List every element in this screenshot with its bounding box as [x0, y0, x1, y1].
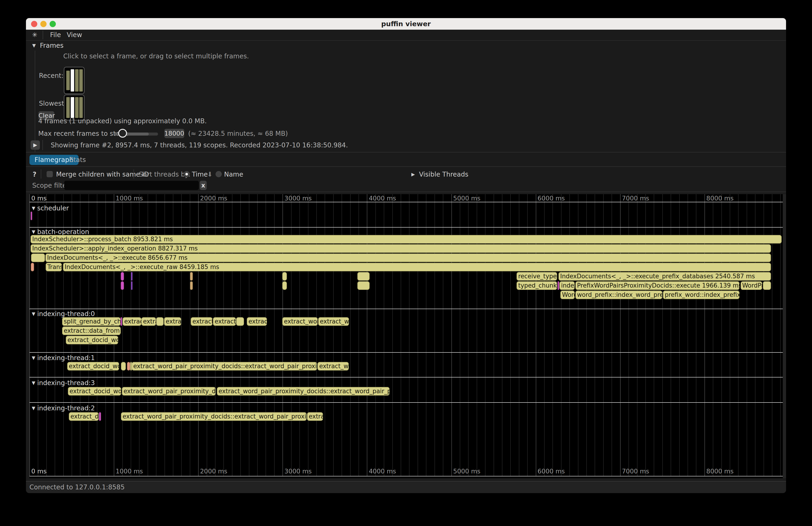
frame-bar[interactable]: [66, 71, 70, 90]
section-separator-line: [29, 202, 783, 202]
flame-bar[interactable]: extract_docid_word: [68, 387, 121, 396]
flame-bar[interactable]: extract_word: [282, 317, 318, 326]
flame-bar[interactable]: extract::data_from_ob: [62, 326, 121, 335]
merge-children-checkbox[interactable]: [47, 171, 53, 177]
flame-bar[interactable]: extract_wo: [318, 317, 349, 326]
thread-header-indexing-thread:3[interactable]: ▼indexing-thread:3: [32, 379, 95, 387]
recent-label: Recent:: [39, 72, 63, 79]
frame-bar[interactable]: [66, 97, 70, 118]
chevron-down-icon: ▼: [32, 205, 35, 211]
thread-header-scheduler[interactable]: ▼scheduler: [32, 204, 69, 212]
flame-bar[interactable]: [120, 317, 122, 326]
flame-bar[interactable]: [121, 281, 124, 290]
flame-bar[interactable]: extract: [122, 317, 141, 326]
section-separator-line: [29, 309, 783, 309]
frame-bar[interactable]: [79, 69, 83, 91]
flame-bar[interactable]: IndexScheduler>::process_batch 8953.821 …: [31, 235, 781, 244]
flame-bar[interactable]: extract_word_pair_proximity_docids::extr…: [132, 362, 317, 370]
flame-bar[interactable]: [131, 272, 133, 281]
flame-bar[interactable]: [121, 362, 126, 370]
flame-bar[interactable]: extract_word_pair_proximity_docids::extr…: [121, 412, 307, 421]
flame-bar[interactable]: [190, 281, 193, 290]
flame-bar[interactable]: Trans: [46, 263, 62, 271]
thread-header-indexing-thread:1[interactable]: ▼indexing-thread:1: [32, 354, 95, 362]
sort-name-radio[interactable]: [216, 171, 222, 177]
scope-filter-input[interactable]: [64, 181, 199, 190]
flame-bar[interactable]: [31, 211, 32, 220]
theme-toggle-icon[interactable]: ✳: [32, 30, 37, 40]
flame-bar[interactable]: extract_docid_word: [67, 362, 119, 370]
flame-bar[interactable]: [31, 253, 45, 262]
flame-bar[interactable]: [282, 281, 287, 290]
play-button[interactable]: ▶: [31, 141, 40, 150]
flame-bar[interactable]: extract_word_pair_proximity_docids::extr…: [217, 387, 390, 396]
help-button[interactable]: ?: [33, 171, 37, 178]
flame-bar[interactable]: word_prefix::index_word_prefix_: [576, 291, 662, 299]
flame-bar[interactable]: Word: [560, 291, 575, 299]
flame-bar[interactable]: extract_docid_word: [66, 336, 118, 344]
flame-bar[interactable]: [236, 317, 244, 326]
flame-bar[interactable]: IndexDocuments<_, _>::execute_prefix_dat…: [559, 272, 771, 281]
flame-bar[interactable]: prefix_word::index_prefix_wo: [663, 291, 739, 299]
frames-section-header[interactable]: ▼ Frames: [32, 42, 63, 49]
flame-bar[interactable]: typed_chunk::w: [517, 281, 557, 290]
flame-bar[interactable]: [156, 317, 164, 326]
flame-bar[interactable]: index: [560, 281, 575, 290]
flame-bar[interactable]: [121, 272, 124, 281]
slowest-frames-thumbnail[interactable]: [64, 94, 85, 120]
scope-filter-clear-button[interactable]: x: [200, 181, 207, 190]
frame-bar[interactable]: [75, 69, 78, 91]
flame-bar[interactable]: extra: [141, 317, 156, 326]
flame-bar[interactable]: IndexDocuments<_, _>::execute 8656.677 m…: [45, 253, 771, 262]
flame-bar[interactable]: PrefixWordPairsProximityDocids::execute …: [576, 281, 739, 290]
thread-header-batch-operation[interactable]: ▼batch-operation: [32, 228, 89, 236]
flame-bar[interactable]: [357, 272, 369, 281]
sort-time-radio[interactable]: [184, 171, 190, 177]
flamegraph-canvas[interactable]: 0 ms0 ms1000 ms1000 ms2000 ms2000 ms3000…: [29, 194, 783, 478]
flame-bar[interactable]: [557, 281, 559, 290]
flame-bar[interactable]: extract_wo: [318, 362, 349, 370]
recent-frames-thumbnail[interactable]: [64, 67, 85, 94]
scrollbar-track[interactable]: [783, 194, 786, 478]
slider-knob[interactable]: [118, 129, 127, 138]
flame-bar[interactable]: IndexDocuments<_, _>::execute_raw 8459.1…: [63, 263, 771, 271]
axis-tick-label: 1000 ms: [116, 195, 143, 202]
flame-bar[interactable]: [127, 362, 130, 370]
flame-bar[interactable]: [31, 263, 34, 271]
frame-bar-selected[interactable]: [71, 69, 74, 91]
frame-bar[interactable]: [75, 97, 78, 118]
flame-bar[interactable]: extract: [247, 317, 267, 326]
flame-bar[interactable]: extract_word_pair_proximity_docids: [122, 387, 216, 396]
frame-bar[interactable]: [79, 97, 83, 118]
visible-threads-toggle[interactable]: ▶ Visible Threads: [411, 171, 468, 178]
flame-bar[interactable]: [99, 412, 101, 421]
flame-bar[interactable]: [357, 281, 369, 290]
flame-bar[interactable]: extrac: [164, 317, 181, 326]
thread-header-indexing-thread:2[interactable]: ▼indexing-thread:2: [32, 404, 95, 412]
chevron-down-icon: ▼: [32, 355, 35, 361]
flame-bar[interactable]: [282, 272, 287, 281]
max-frames-value[interactable]: 18000: [164, 129, 184, 138]
title-bar: puffin viewer: [26, 18, 786, 30]
axis-tick-label: 3000 ms: [284, 468, 312, 475]
flame-bar[interactable]: WordPr: [741, 281, 762, 290]
flame-bar[interactable]: extract_: [213, 317, 236, 326]
sort-direction-icon[interactable]: ⬇: [207, 171, 213, 178]
flame-bar[interactable]: receive_typed_: [517, 272, 557, 281]
axis-tick-label: 4000 ms: [369, 195, 396, 202]
flame-bar[interactable]: [190, 272, 193, 281]
flame-bar[interactable]: [763, 281, 771, 290]
flame-bar[interactable]: [131, 281, 133, 290]
divider: [26, 192, 786, 192]
menu-item-file[interactable]: File: [50, 30, 61, 40]
flame-bar[interactable]: extract_doc: [69, 412, 99, 421]
flame-bar[interactable]: IndexScheduler>::apply_index_operation 8…: [31, 244, 771, 253]
flame-bar[interactable]: extract_: [191, 317, 213, 326]
menu-item-view[interactable]: View: [67, 30, 82, 40]
frame-bar-selected[interactable]: [71, 97, 74, 118]
flame-bar[interactable]: extrac: [307, 412, 323, 421]
tab-stats[interactable]: Stats: [69, 155, 86, 165]
flame-bar[interactable]: split_grenad_by_chun: [62, 317, 120, 326]
axis-tick-label: 1000 ms: [116, 468, 143, 475]
thread-header-indexing-thread:0[interactable]: ▼indexing-thread:0: [32, 310, 95, 318]
